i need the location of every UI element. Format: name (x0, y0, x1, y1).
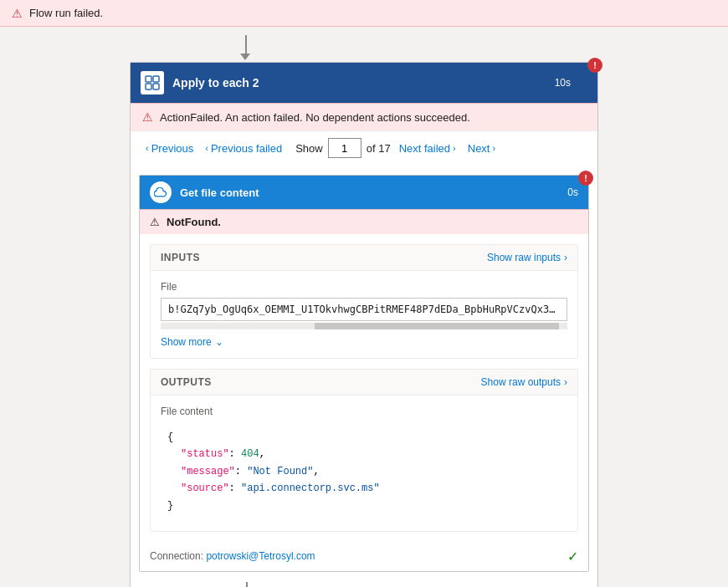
file-content-label: File content (161, 406, 567, 417)
json-output: { "status": 404, "message": "Not Found",… (161, 422, 567, 521)
connection-email-link[interactable]: potrowski@Tetrosyl.com (206, 550, 315, 562)
file-card-title: Get file content (180, 186, 559, 199)
apply-error-badge: ! (587, 58, 602, 73)
chevron-right-icon4: › (564, 376, 567, 388)
show-raw-inputs-button[interactable]: Show raw inputs › (487, 252, 567, 263)
not-found-text: NotFound. (167, 216, 221, 228)
get-file-content-card: Get file content 0s ! ⚠ NotFound. INPUTS… (139, 175, 589, 572)
previous-button[interactable]: ‹ Previous (142, 140, 197, 156)
next-failed-label: Next failed (399, 142, 450, 155)
show-raw-outputs-button[interactable]: Show raw outputs › (481, 376, 567, 388)
outputs-section: OUTPUTS Show raw outputs › File content … (150, 369, 578, 532)
next-button[interactable]: Next › (464, 140, 499, 156)
banner-text: Flow run failed. (29, 7, 103, 19)
outputs-body: File content { "status": 404, "message":… (151, 396, 577, 531)
apply-card-time: 10s (555, 77, 571, 89)
page-input[interactable] (328, 138, 361, 158)
file-scrollbar-thumb (315, 323, 559, 329)
svg-rect-3 (153, 84, 159, 89)
json-message-key: "message" (181, 466, 235, 477)
chevron-down-icon: ⌄ (215, 336, 223, 348)
file-card-header[interactable]: Get file content 0s ! (140, 176, 588, 209)
show-more-button[interactable]: Show more ⌄ (161, 336, 223, 348)
json-status-key: "status" (181, 448, 229, 460)
of-label: of 17 (367, 142, 391, 155)
file-card-time: 0s (567, 186, 578, 198)
navigation-bar: ‹ Previous ‹ Previous failed Show of 17 … (131, 130, 597, 165)
svg-rect-1 (153, 76, 159, 82)
connection-label: Connection: (150, 550, 203, 562)
outputs-header: OUTPUTS Show raw outputs › (151, 370, 577, 396)
previous-label: Previous (151, 142, 194, 155)
json-message-val: "Not Found" (247, 466, 313, 477)
json-brace-close: } (167, 500, 173, 512)
chevron-right-icon3: › (564, 252, 567, 263)
show-label: Show (295, 142, 323, 155)
chevron-left-icon2: ‹ (205, 143, 208, 153)
svg-rect-0 (146, 76, 151, 82)
file-field-label: File (161, 281, 567, 293)
file-value-box: b!GZq7yb_OgUq6x_OEMMI_U1TOkvhwgCBPitRMEF… (161, 298, 567, 321)
inputs-header: INPUTS Show raw inputs › (151, 245, 577, 271)
connection-info: Connection: potrowski@Tetrosyl.com (150, 550, 315, 562)
show-more-label: Show more (161, 336, 212, 348)
json-source-key: "source" (181, 482, 229, 494)
apply-card-title: Apply to each 2 (172, 76, 546, 89)
previous-failed-button[interactable]: ‹ Previous failed (202, 140, 285, 156)
show-raw-outputs-label: Show raw outputs (481, 376, 561, 388)
next-failed-button[interactable]: Next failed › (396, 140, 459, 156)
check-icon: ✓ (567, 549, 578, 564)
warning-icon: ⚠ (12, 7, 23, 20)
show-raw-inputs-label: Show raw inputs (487, 252, 561, 263)
next-label: Next (468, 142, 490, 155)
previous-failed-label: Previous failed (211, 142, 282, 155)
outputs-title: OUTPUTS (161, 376, 212, 388)
json-source-val: "api.connectorp.svc.ms" (241, 482, 380, 494)
inputs-section: INPUTS Show raw inputs › File b!GZq7yb_O… (150, 244, 578, 359)
action-failed-icon: ⚠ (142, 110, 153, 124)
inner-content: Get file content 0s ! ⚠ NotFound. INPUTS… (131, 175, 597, 572)
flow-error-banner: ⚠ Flow run failed. (0, 0, 728, 27)
cloud-icon (150, 181, 172, 203)
not-found-warn-icon: ⚠ (150, 216, 160, 228)
not-found-bar: ⚠ NotFound. (140, 209, 588, 234)
file-scrollbar[interactable] (161, 323, 567, 329)
file-error-badge: ! (578, 171, 593, 186)
chevron-left-icon: ‹ (146, 143, 149, 153)
apply-card-header[interactable]: Apply to each 2 10s ! (131, 63, 597, 103)
inputs-body: File b!GZq7yb_OgUq6x_OEMMI_U1TOkvhwgCBPi… (151, 271, 577, 358)
main-container: Apply to each 2 10s ! ⚠ ActionFailed. An… (0, 27, 728, 587)
connection-footer: Connection: potrowski@Tetrosyl.com ✓ (140, 542, 588, 571)
apply-error-bar: ⚠ ActionFailed. An action failed. No dep… (131, 103, 597, 130)
chevron-right-icon: › (453, 143, 456, 153)
json-brace-open: { (167, 431, 173, 443)
chevron-right-icon2: › (492, 143, 495, 153)
inputs-title: INPUTS (161, 252, 200, 263)
apply-to-each-card: Apply to each 2 10s ! ⚠ ActionFailed. An… (130, 62, 598, 587)
file-value-text: b!GZq7yb_OgUq6x_OEMMI_U1TOkvhwgCBPitRMEF… (168, 304, 567, 315)
action-failed-text: ActionFailed. An action failed. No depen… (160, 111, 470, 124)
apply-icon (141, 71, 164, 94)
json-status-val: 404 (241, 448, 259, 460)
svg-rect-2 (146, 84, 151, 89)
